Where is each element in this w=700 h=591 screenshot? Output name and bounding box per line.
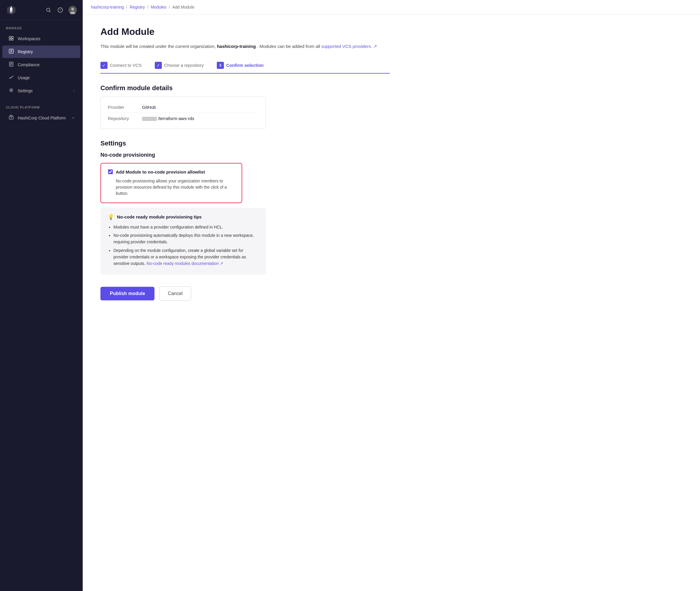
tips-list: Modules must have a provider configurati…: [107, 224, 259, 267]
module-details-box: Provider GitHub Repository /terraform-aw…: [100, 97, 266, 129]
repository-value: /terraform-aws-rds: [142, 116, 195, 121]
svg-point-29: [11, 117, 11, 118]
confirm-module-title: Confirm module details: [100, 84, 390, 92]
breadcrumb-training[interactable]: hashicorp-training: [91, 5, 124, 9]
svg-point-7: [47, 8, 50, 11]
provider-label: Provider: [108, 105, 137, 110]
cloud-platform-label: Cloud Platform: [0, 100, 83, 112]
cancel-button[interactable]: Cancel: [159, 286, 191, 301]
sidebar-item-hashicorp-cloud[interactable]: HashiCorp Cloud Platform ↗: [2, 112, 80, 124]
sidebar-item-label: Compliance: [18, 62, 40, 67]
page-description: This module will be created under the cu…: [100, 43, 390, 50]
svg-rect-17: [11, 39, 13, 40]
header-icons: ?: [45, 6, 77, 14]
tips-header: 💡 No-code ready module provisioning tips: [107, 214, 259, 220]
help-icon[interactable]: ?: [57, 6, 64, 14]
sidebar-header: ?: [0, 0, 83, 20]
tips-title: No-code ready module provisioning tips: [117, 214, 202, 219]
svg-point-12: [71, 8, 74, 11]
breadcrumb-current: Add Module: [172, 5, 195, 9]
step-check-icon: ✓: [100, 62, 107, 69]
sidebar: ? Manage Workspaces: [0, 0, 83, 591]
redacted-username: [142, 117, 157, 121]
page-body: Add Module This module will be created u…: [83, 14, 408, 313]
step-confirm-selection[interactable]: 3 Confirm selection: [217, 59, 270, 73]
step-label: Confirm selection: [226, 63, 264, 68]
step-connect-vcs[interactable]: ✓ Connect to VCS: [100, 59, 148, 73]
sidebar-item-workspaces[interactable]: Workspaces: [2, 32, 80, 45]
sidebar-item-label: Settings: [18, 88, 33, 93]
publish-module-button[interactable]: Publish module: [100, 287, 154, 301]
step-check-icon: ✓: [155, 62, 162, 69]
settings-arrow-icon: ›: [73, 89, 74, 93]
external-link-icon: ↗: [220, 261, 223, 266]
avatar[interactable]: [69, 6, 77, 14]
lightbulb-icon: 💡: [107, 214, 114, 220]
svg-rect-15: [11, 37, 13, 38]
tips-box: 💡 No-code ready module provisioning tips…: [100, 208, 266, 275]
steps-row: ✓ Connect to VCS ✓ Choose a repository 3…: [100, 59, 390, 74]
main-content: hashicorp-training / Registry / Modules …: [83, 0, 700, 591]
tip-item: No-code provisioning automatically deplo…: [113, 232, 259, 245]
checkbox-label[interactable]: Add Module to no-code provision allowlis…: [116, 170, 205, 175]
vcs-providers-link[interactable]: supported VCS providers. ↗: [321, 44, 377, 49]
nocode-docs-link[interactable]: No-code ready modules documentation ↗: [147, 261, 223, 266]
nocode-checkbox-box: Add Module to no-code provision allowlis…: [100, 163, 242, 203]
sidebar-item-label: Workspaces: [18, 37, 41, 41]
hashicorp-cloud-icon: [8, 115, 14, 121]
compliance-icon: [8, 62, 14, 68]
external-link-icon: ↗: [373, 44, 377, 49]
sidebar-item-compliance[interactable]: Compliance: [2, 59, 80, 71]
settings-icon: [8, 87, 14, 94]
workspaces-icon: [8, 36, 14, 42]
tip-item: Modules must have a provider configurati…: [113, 224, 259, 230]
checkbox-row: Add Module to no-code provision allowlis…: [108, 170, 235, 175]
svg-rect-16: [9, 39, 11, 40]
action-row: Publish module Cancel: [100, 286, 390, 301]
breadcrumb-modules[interactable]: Modules: [151, 5, 166, 9]
hashicorp-cloud-label: HashiCorp Cloud Platform: [18, 116, 66, 120]
step-label: Choose a repository: [164, 63, 204, 68]
sidebar-item-settings[interactable]: Settings ›: [2, 84, 80, 97]
usage-icon: [8, 74, 14, 81]
breadcrumb-sep-2: /: [147, 5, 149, 9]
logo-icon: [6, 5, 16, 15]
repository-row: Repository /terraform-aws-rds: [108, 113, 258, 123]
page-title: Add Module: [100, 26, 390, 37]
tip-item: Depending on the module configuration, c…: [113, 247, 259, 267]
provider-value: GitHub: [142, 105, 156, 110]
sidebar-item-label: Registry: [18, 49, 33, 54]
breadcrumb: hashicorp-training / Registry / Modules …: [83, 0, 700, 14]
svg-text:?: ?: [59, 8, 61, 12]
step-label: Connect to VCS: [110, 63, 142, 68]
svg-rect-14: [9, 37, 11, 38]
manage-label: Manage: [0, 20, 83, 32]
breadcrumb-sep-3: /: [169, 5, 170, 9]
svg-line-8: [50, 11, 51, 12]
external-link-icon: ↗: [72, 116, 74, 120]
breadcrumb-registry[interactable]: Registry: [130, 5, 145, 9]
settings-title: Settings: [100, 140, 390, 147]
checkbox-description: No-code provisioning allows your organiz…: [116, 178, 235, 197]
provider-row: Provider GitHub: [108, 103, 258, 112]
svg-point-26: [10, 89, 12, 91]
sidebar-item-usage[interactable]: Usage: [2, 72, 80, 84]
nocode-title: No-code provisioning: [100, 152, 390, 158]
search-icon[interactable]: [45, 6, 52, 14]
nocode-checkbox[interactable]: [108, 170, 113, 174]
sidebar-item-registry[interactable]: Registry: [2, 46, 80, 58]
breadcrumb-sep-1: /: [126, 5, 127, 9]
repository-label: Repository: [108, 116, 137, 121]
sidebar-item-label: Usage: [18, 75, 29, 80]
registry-icon: [8, 49, 14, 55]
step-choose-repo[interactable]: ✓ Choose a repository: [155, 59, 210, 73]
step-number-badge: 3: [217, 62, 224, 69]
